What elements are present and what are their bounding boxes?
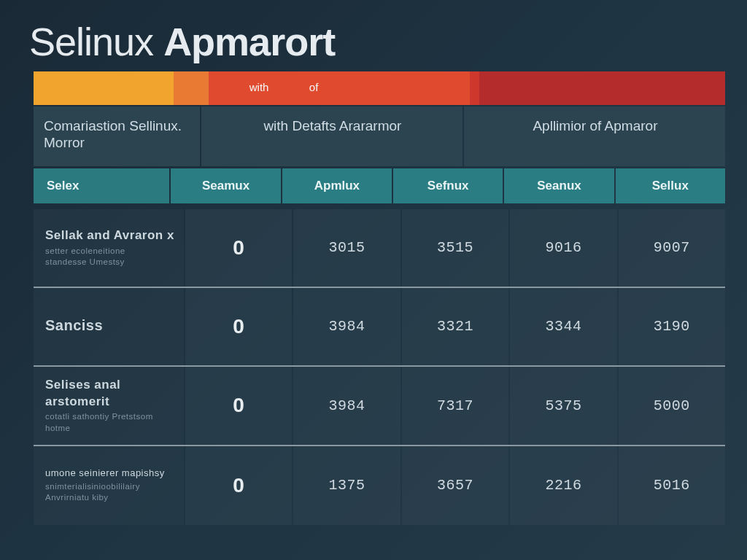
table-row: Sanciss 0 3984 3321 3344 3190 [34, 288, 725, 367]
cell: 0 [185, 288, 292, 365]
col-header-label: Selex [34, 168, 169, 203]
cell: 3015 [293, 209, 400, 287]
row-label: umone seinierer mapishsy snimterialisini… [34, 446, 184, 525]
cell: 2216 [510, 446, 616, 525]
cell: 3190 [619, 288, 725, 365]
cell: 5016 [619, 446, 725, 525]
group-header-1: Comariastion Sellinux. Morror [34, 106, 200, 166]
column-header-row: Selex Seamux Apmlux Sefnux Seanux Sellux [34, 168, 725, 203]
stripe-label-of: of [309, 81, 470, 93]
page-title: Selinux Apmarort [29, 19, 725, 64]
title-part-1: Selinux [29, 20, 153, 63]
cell: 3657 [402, 446, 508, 525]
stripe-labels: with of [34, 70, 725, 104]
table-row: Sellak and Avraron x setter ecoleneition… [34, 209, 725, 288]
cell: 0 [185, 446, 292, 525]
cell: 9007 [619, 209, 725, 287]
col-header-5: Sellux [616, 168, 725, 203]
table-body: Sellak and Avraron x setter ecoleneition… [34, 209, 725, 525]
row-label: Sanciss [34, 288, 184, 365]
table-row: umone seinierer mapishsy snimterialisini… [34, 446, 725, 525]
cell: 0 [185, 209, 292, 287]
cell: 5375 [510, 367, 616, 445]
group-header-2: with Detafts Arararmor [201, 106, 462, 166]
col-header-4: Seanux [504, 168, 614, 203]
title-part-2: Apmarort [163, 20, 335, 63]
cell: 0 [185, 367, 292, 445]
cell: 5000 [619, 367, 725, 445]
table-row: Selises anal arstomerit cotatli sathonti… [34, 367, 725, 446]
row-label: Sellak and Avraron x setter ecoleneition… [34, 209, 184, 287]
cell: 9016 [510, 209, 616, 287]
stripe-label-with: with [209, 81, 309, 93]
cell: 7317 [402, 367, 508, 445]
group-header-3: Apllimior of Apmaror [464, 106, 725, 166]
row-label: Selises anal arstomerit cotatli sathonti… [34, 367, 184, 445]
col-header-3: Sefnux [393, 168, 503, 203]
cell: 3984 [293, 367, 400, 445]
col-header-2: Apmlux [282, 168, 392, 203]
cell: 3515 [402, 209, 508, 287]
group-header-row: Comariastion Sellinux. Morror with Detaf… [34, 106, 725, 166]
cell: 3344 [510, 288, 616, 365]
col-header-1: Seamux [171, 168, 280, 203]
cell: 3984 [293, 288, 400, 365]
cell: 3321 [402, 288, 508, 365]
cell: 1375 [293, 446, 400, 525]
